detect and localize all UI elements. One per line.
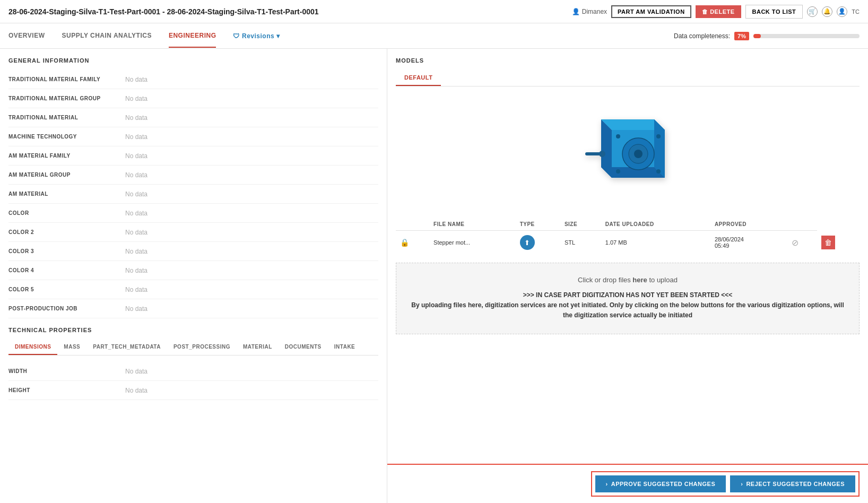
col-actions: [787, 218, 817, 231]
main-content: GENERAL INFORMATION TRADITIONAL MATERIAL…: [0, 49, 868, 503]
user-info: 👤 Dimanex: [572, 8, 607, 15]
file-name: Stepper mot...: [429, 231, 516, 255]
delete-icon: 🗑: [702, 8, 708, 15]
field-value: No data: [125, 286, 147, 293]
field-row: MACHINE TECHNOLOGY No data: [8, 127, 378, 146]
field-value: No data: [125, 248, 147, 255]
field-value: No data: [125, 76, 147, 83]
models-header: MODELS: [396, 57, 860, 64]
shield-icon: 🛡: [233, 32, 240, 40]
field-row: COLOR 3 No data: [8, 242, 378, 261]
file-approved-status: ⊘: [787, 231, 817, 255]
tab-supply-chain[interactable]: SUPPLY CHAIN ANALYTICS: [62, 24, 151, 48]
field-value: No data: [125, 171, 147, 179]
field-row: TRADITIONAL MATERIAL No data: [8, 108, 378, 127]
svg-point-14: [656, 169, 661, 174]
field-label: TRADITIONAL MATERIAL: [8, 115, 125, 120]
field-value: No data: [125, 267, 147, 274]
field-row: TRADITIONAL MATERIAL GROUP No data: [8, 89, 378, 108]
completeness-badge: 7%: [734, 32, 749, 40]
file-table: FILE NAME TYPE SIZE DATE UPLOADED APPROV…: [396, 218, 860, 254]
file-upload-action[interactable]: ⬆: [516, 231, 560, 255]
user-account-icon[interactable]: 👤: [837, 6, 847, 17]
models-tabs: DEFAULT: [396, 70, 860, 86]
width-field-row: Width No data: [8, 362, 378, 381]
chevron-right-icon: ›: [606, 481, 608, 487]
height-label: Height: [8, 387, 125, 393]
field-label: TRADITIONAL MATERIAL GROUP: [8, 96, 125, 101]
tab-overview[interactable]: OVERVIEW: [8, 24, 45, 48]
header: 28-06-2024-Staging-Silva-T1-Test-Part-00…: [0, 0, 868, 23]
field-label: AM MATERIAL GROUP: [8, 172, 125, 178]
approve-suggested-changes-button[interactable]: › APPROVE SUGGESTED CHANGES: [595, 475, 726, 492]
notifications-icon[interactable]: 🔔: [822, 6, 832, 17]
col-filename: FILE NAME: [429, 218, 516, 231]
delete-button[interactable]: 🗑 DELETE: [696, 5, 741, 18]
field-value: No data: [125, 152, 147, 160]
upload-zone[interactable]: Click or drop files here to upload >>> I…: [396, 263, 860, 334]
field-label: POST-PRODUCTION JOB: [8, 306, 125, 311]
col-date-uploaded: DATE UPLOADED: [601, 218, 710, 231]
tech-tab-post-processing[interactable]: POST_PROCESSING: [167, 340, 237, 355]
reject-suggested-changes-button[interactable]: › REJECT SUGGESTED CHANGES: [730, 475, 855, 492]
tech-tab-documents[interactable]: DOCUMENTS: [279, 340, 328, 355]
3d-model-svg: [575, 103, 681, 199]
width-label: Width: [8, 368, 125, 374]
height-value: No data: [125, 387, 147, 394]
field-label: COLOR 5: [8, 287, 125, 292]
height-field-row: Height No data: [8, 381, 378, 400]
field-label: AM MATERIAL: [8, 191, 125, 197]
approved-icon: ⊘: [792, 238, 798, 247]
width-value: No data: [125, 368, 147, 375]
back-to-list-button[interactable]: BACK TO LIST: [745, 5, 803, 19]
general-info-fields: TRADITIONAL MATERIAL FAMILY No data TRAD…: [8, 70, 378, 318]
tab-revisions[interactable]: 🛡 Revisions ▾: [233, 32, 280, 40]
field-row: AM MATERIAL FAMILY No data: [8, 146, 378, 166]
file-delete-button[interactable]: 🗑: [821, 236, 835, 249]
field-row: TRADITIONAL MATERIAL FAMILY No data: [8, 70, 378, 89]
file-size: 1.07 MB: [601, 231, 710, 255]
field-row: COLOR 5 No data: [8, 280, 378, 299]
tech-tab-intake[interactable]: INTAKE: [328, 340, 361, 355]
col-type: TYPE: [516, 218, 560, 231]
page-title: 28-06-2024-Staging-Silva-T1-Test-Part-00…: [8, 7, 319, 16]
cart-icon[interactable]: 🛒: [807, 6, 818, 17]
model-preview: [396, 93, 860, 210]
user-initials: TC: [852, 8, 860, 15]
upload-instruction: Click or drop files here to upload: [409, 276, 846, 284]
left-panel: GENERAL INFORMATION TRADITIONAL MATERIAL…: [0, 49, 387, 503]
upload-warning: >>> IN CASE PART DIGITIZATION HAS NOT YE…: [409, 290, 846, 321]
user-icon: 👤: [572, 8, 580, 15]
tech-tab-part-tech-metadata[interactable]: PART_TECH_METADATA: [86, 340, 167, 355]
upload-here-text: here: [632, 276, 647, 284]
field-label: COLOR: [8, 210, 125, 216]
file-delete-action[interactable]: 🗑: [817, 231, 860, 255]
file-lock-icon: 🔒: [396, 231, 429, 255]
tech-tab-mass[interactable]: MASS: [57, 340, 86, 355]
header-actions: 👤 Dimanex PART AM VALIDATION 🗑 DELETE BA…: [572, 5, 860, 19]
field-value: No data: [125, 190, 147, 198]
field-label: COLOR 4: [8, 267, 125, 273]
username: Dimanex: [582, 8, 607, 15]
field-row: AM MATERIAL GROUP No data: [8, 166, 378, 185]
upload-button[interactable]: ⬆: [520, 235, 535, 250]
chevron-right-icon-2: ›: [741, 481, 743, 487]
part-am-validation-button[interactable]: PART AM VALIDATION: [611, 5, 691, 18]
general-info-header: GENERAL INFORMATION: [8, 57, 378, 64]
completeness-progress-fill: [753, 34, 761, 38]
field-value: No data: [125, 95, 147, 102]
tech-tab-material[interactable]: MATERIAL: [237, 340, 279, 355]
tech-tab-dimensions[interactable]: DIMENSIONS: [8, 340, 57, 355]
bottom-action-bar: › APPROVE SUGGESTED CHANGES › REJECT SUG…: [387, 464, 868, 503]
action-buttons-group: › APPROVE SUGGESTED CHANGES › REJECT SUG…: [591, 471, 860, 497]
field-value: No data: [125, 229, 147, 236]
right-panel: MODELS DEFAULT: [387, 49, 868, 503]
field-value: No data: [125, 133, 147, 141]
tab-engineering[interactable]: ENGINEERING: [169, 24, 216, 48]
col-size: SIZE: [560, 218, 601, 231]
models-tab-default[interactable]: DEFAULT: [396, 70, 441, 86]
technical-properties: TECHNICAL PROPERTIES DIMENSIONS MASS PAR…: [8, 327, 378, 400]
svg-rect-7: [585, 152, 602, 155]
chevron-down-icon: ▾: [276, 32, 280, 40]
tech-tabs: DIMENSIONS MASS PART_TECH_METADATA POST_…: [8, 340, 378, 355]
